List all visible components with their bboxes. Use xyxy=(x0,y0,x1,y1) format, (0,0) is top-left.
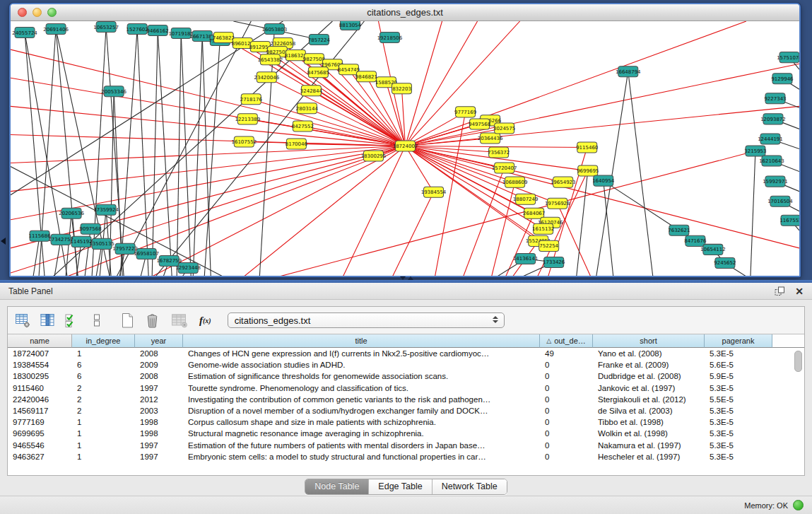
float-panel-icon[interactable] xyxy=(775,286,785,296)
close-panel-icon[interactable]: ✕ xyxy=(795,286,804,296)
graph-node[interactable]: 17342757 xyxy=(48,234,73,245)
window-zoom-button[interactable] xyxy=(47,8,57,17)
graph-node[interactable]: 17016504 xyxy=(767,196,793,206)
graph-node[interactable]: 15992971 xyxy=(763,176,788,187)
graph-node[interactable]: 1167553 xyxy=(779,215,799,226)
delete-column-icon[interactable] xyxy=(143,311,161,329)
graph-node[interactable]: 18724007 xyxy=(393,141,418,151)
table-row[interactable]: 1938455462009Genome-wide association stu… xyxy=(8,359,804,370)
tab-node-table[interactable]: Node Table xyxy=(305,479,368,494)
table-row[interactable]: 1456911722003Disruption of a novel membe… xyxy=(8,405,804,416)
column-header-title[interactable]: title xyxy=(183,334,540,348)
graph-node[interactable]: 15751074 xyxy=(777,52,799,63)
graph-node[interactable]: 9115460 xyxy=(576,142,598,153)
graph-node[interactable]: 1527602 xyxy=(126,24,148,35)
network-window-titlebar[interactable]: citations_edges.txt xyxy=(11,4,799,21)
graph-node[interactable]: 9777169 xyxy=(454,107,476,117)
graph-node[interactable]: 1733426 xyxy=(543,257,565,267)
tab-edge-table[interactable]: Edge Table xyxy=(368,479,431,494)
graph-node[interactable]: 13505135 xyxy=(89,238,114,249)
table-row[interactable]: 1830029562008Estimation of significance … xyxy=(8,370,804,382)
column-header-pagerank[interactable]: pagerank xyxy=(705,334,772,348)
graph-node[interactable]: 9846821 xyxy=(355,71,377,82)
graph-node[interactable]: 16648794 xyxy=(616,66,641,77)
graph-node[interactable]: 8813054 xyxy=(339,21,362,30)
graph-node[interactable]: 7356372 xyxy=(488,147,510,158)
graph-node[interactable]: 832203 xyxy=(392,83,411,94)
table-row[interactable]: 969969511998Structural magnetic resonanc… xyxy=(8,428,804,439)
graph-node[interactable]: 1640954 xyxy=(592,175,615,186)
graph-node[interactable]: 10653257 xyxy=(93,22,119,33)
graph-node[interactable]: 12444191 xyxy=(758,134,783,144)
graph-node[interactable]: 20206536 xyxy=(59,208,84,218)
network-view-window[interactable]: citations_edges.txt 18724007240557242069… xyxy=(9,3,801,277)
graph-node[interactable]: 24055724 xyxy=(12,28,37,38)
graph-node[interactable]: 8427552 xyxy=(292,121,314,132)
graph-node[interactable]: 1615132 xyxy=(532,223,554,234)
graph-node[interactable]: 18300295 xyxy=(361,151,387,161)
graph-node[interactable]: 16543382 xyxy=(258,54,283,65)
splitter-collapse-down-icon[interactable] xyxy=(400,276,406,280)
graph-node[interactable]: 3215953 xyxy=(744,146,766,156)
graph-node[interactable]: 9245652 xyxy=(714,257,736,268)
graph-node[interactable]: 9227343 xyxy=(764,93,786,104)
graph-node[interactable]: 14136141 xyxy=(513,253,539,264)
graph-node[interactable]: 20691406 xyxy=(43,24,69,35)
graph-node[interactable]: 16053803 xyxy=(262,24,288,35)
graph-node[interactable]: 19756928 xyxy=(545,198,570,209)
function-builder-icon[interactable]: f(x) xyxy=(199,311,211,329)
graph-node[interactable]: 15720407 xyxy=(492,163,517,173)
table-row[interactable]: 946554611997Estimation of the future num… xyxy=(8,440,804,451)
table-row[interactable]: 2242004622012Investigating the contribut… xyxy=(8,394,804,405)
graph-node[interactable]: 9097568 xyxy=(80,223,102,234)
new-column-icon[interactable] xyxy=(118,311,136,329)
network-canvas[interactable]: 1872400724055724206914061065325715276029… xyxy=(11,21,799,276)
table-row[interactable]: 1872400712008Changes of HCN gene express… xyxy=(8,348,804,359)
graph-node[interactable]: 12923448 xyxy=(175,262,201,273)
column-header-in_degree[interactable]: in_degree xyxy=(72,334,135,348)
left-splitter-arrow-icon[interactable] xyxy=(1,238,6,245)
graph-node[interactable]: 7632621 xyxy=(668,225,690,235)
show-column-icon[interactable] xyxy=(38,311,57,329)
graph-node[interactable]: 12213389 xyxy=(235,114,260,124)
table-scrollbar-thumb[interactable] xyxy=(794,351,802,372)
graph-node[interactable]: 3242844 xyxy=(300,86,323,96)
graph-node[interactable]: 16107552 xyxy=(231,136,257,147)
graph-node[interactable]: 8475685 xyxy=(307,67,329,78)
graph-node[interactable]: 9497568 xyxy=(469,119,490,129)
graph-node[interactable]: 19218506 xyxy=(377,33,403,43)
table-row[interactable]: 946362711997Embryonic stem cells: a mode… xyxy=(8,451,804,462)
graph-node[interactable]: 10654112 xyxy=(700,244,726,255)
graph-node[interactable]: 17359924 xyxy=(93,204,119,215)
graph-node[interactable]: 20364436 xyxy=(478,133,503,144)
column-header-out_de[interactable]: △out_de… xyxy=(540,334,593,348)
graph-node[interactable]: 752254 xyxy=(539,240,559,251)
column-header-short[interactable]: short xyxy=(593,334,705,348)
graph-node[interactable]: 9699695 xyxy=(577,165,599,176)
memory-status-icon[interactable] xyxy=(793,500,804,510)
graph-node[interactable]: 1115686 xyxy=(28,230,51,241)
graph-node[interactable]: 2718176 xyxy=(240,94,263,105)
graph-node[interactable]: 9129946 xyxy=(771,74,794,84)
graph-node[interactable]: 23420046 xyxy=(254,72,280,83)
graph-node[interactable]: 16958107 xyxy=(134,248,159,259)
tab-network-table[interactable]: Network Table xyxy=(432,479,507,494)
graph-node[interactable]: 10688609 xyxy=(502,177,528,187)
graph-node[interactable]: 19654923 xyxy=(551,177,576,187)
select-all-icon[interactable] xyxy=(63,311,81,329)
graph-node[interactable]: 2803144 xyxy=(296,103,319,114)
window-minimize-button[interactable] xyxy=(33,8,42,17)
graph-node[interactable]: 16210643 xyxy=(759,156,784,166)
table-row[interactable]: 977716911998Corpus callosum shape and si… xyxy=(8,416,804,428)
column-header-year[interactable]: year xyxy=(135,334,183,348)
graph-node[interactable]: 19384554 xyxy=(421,187,447,197)
unselect-all-icon[interactable] xyxy=(88,311,106,329)
graph-node[interactable]: 8170046 xyxy=(286,139,308,149)
graph-node[interactable]: 20053346 xyxy=(101,86,126,97)
window-close-button[interactable] xyxy=(18,8,27,17)
splitter-collapse-up-icon[interactable] xyxy=(408,276,413,280)
column-header-name[interactable]: name xyxy=(8,334,72,348)
table-row[interactable]: 911546021997Tourette syndrome. Phenomeno… xyxy=(8,382,804,394)
graph-node[interactable]: 3024575 xyxy=(493,123,515,134)
graph-node[interactable]: 7857224 xyxy=(308,35,331,45)
